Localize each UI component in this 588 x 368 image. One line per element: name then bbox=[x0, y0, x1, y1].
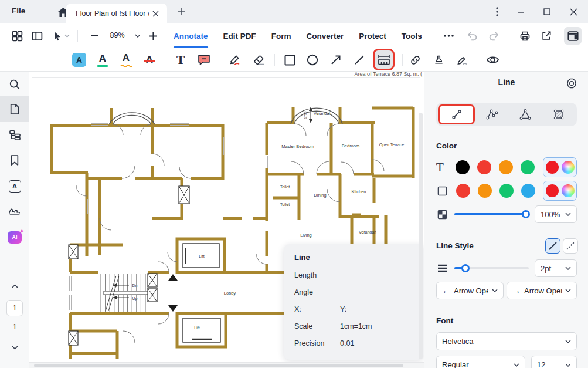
zoom-in-button[interactable] bbox=[144, 27, 162, 45]
page-thumbnails-button[interactable] bbox=[0, 96, 29, 122]
opacity-slider[interactable] bbox=[454, 213, 529, 215]
add-text-tool[interactable]: T bbox=[171, 50, 191, 70]
ellipse-tool[interactable] bbox=[303, 50, 322, 70]
color-swatch[interactable] bbox=[477, 160, 491, 174]
color-swatch[interactable] bbox=[521, 184, 535, 198]
svg-text:Verandah: Verandah bbox=[314, 112, 331, 116]
toolbar-divider bbox=[558, 30, 558, 42]
color-swatch[interactable] bbox=[521, 160, 535, 174]
polyline-measure-option[interactable] bbox=[475, 104, 508, 124]
perimeter-measure-option[interactable] bbox=[508, 104, 542, 124]
annotations-button[interactable]: A bbox=[0, 173, 29, 199]
color-swatch[interactable] bbox=[456, 160, 470, 174]
arrow-tool[interactable] bbox=[326, 50, 346, 70]
minimize-button[interactable] bbox=[512, 5, 529, 19]
font-size-dropdown[interactable]: 12 bbox=[531, 356, 577, 368]
current-page-input[interactable]: 1 bbox=[6, 300, 23, 316]
font-family-dropdown[interactable]: Helvetica bbox=[436, 332, 577, 350]
titlebar-more-button[interactable] bbox=[489, 5, 505, 19]
tab-close-icon[interactable] bbox=[149, 8, 161, 19]
line-width-icon bbox=[437, 264, 447, 272]
outline-button[interactable] bbox=[0, 122, 29, 148]
measure-tool-selected[interactable] bbox=[373, 49, 395, 70]
tab-tools[interactable]: Tools bbox=[402, 23, 422, 48]
horizontal-scrollbar[interactable] bbox=[29, 362, 424, 368]
shape-color-selected[interactable] bbox=[543, 181, 577, 201]
ai-assistant-button[interactable]: AI✦ bbox=[0, 224, 29, 250]
line-width-dropdown[interactable]: 2pt bbox=[535, 259, 577, 277]
vertical-scrollbar-thumb[interactable] bbox=[419, 113, 423, 359]
panel-divider bbox=[424, 96, 588, 96]
dashed-line-button[interactable] bbox=[563, 238, 578, 254]
svg-text:Dn: Dn bbox=[132, 283, 138, 288]
strikethrough-tool[interactable]: A bbox=[140, 50, 159, 70]
sidebar-toggle-button[interactable] bbox=[28, 27, 46, 45]
solid-line-button[interactable] bbox=[545, 238, 560, 254]
zoom-out-button[interactable] bbox=[86, 27, 103, 45]
tab-converter[interactable]: Converter bbox=[307, 23, 344, 48]
print-button[interactable] bbox=[516, 27, 533, 45]
redo-button[interactable] bbox=[485, 27, 502, 45]
color-swatch[interactable] bbox=[499, 184, 514, 198]
grid-view-button[interactable] bbox=[8, 27, 26, 45]
comment-tool[interactable] bbox=[194, 50, 214, 70]
pencil-tool[interactable] bbox=[225, 50, 244, 70]
more-tools-button[interactable] bbox=[440, 27, 457, 45]
tooltip-row: X:Y: bbox=[294, 301, 413, 318]
squiggly-tool[interactable]: A bbox=[116, 50, 136, 70]
underline-tool[interactable]: A bbox=[93, 50, 113, 70]
signature-tool[interactable] bbox=[452, 50, 472, 70]
custom-color-swatch[interactable] bbox=[562, 184, 575, 197]
text-color-selected[interactable] bbox=[543, 157, 577, 177]
custom-color-swatch[interactable] bbox=[562, 161, 575, 174]
stamp-tool[interactable] bbox=[429, 50, 448, 70]
line-width-slider[interactable] bbox=[454, 267, 529, 269]
tab-protect[interactable]: Protect bbox=[359, 23, 386, 48]
eraser-icon bbox=[251, 53, 266, 67]
rectangle-tool[interactable] bbox=[280, 50, 300, 70]
select-tool-button[interactable] bbox=[49, 27, 73, 45]
tooltip-row: Scale1cm=1cm bbox=[294, 318, 413, 335]
previous-page-button[interactable] bbox=[0, 274, 29, 299]
next-page-button[interactable] bbox=[0, 335, 29, 360]
share-export-button[interactable] bbox=[538, 27, 555, 45]
highlight-tool[interactable]: A bbox=[69, 50, 89, 70]
panel-settings-button[interactable] bbox=[565, 76, 579, 90]
line-tool[interactable] bbox=[349, 50, 369, 70]
hide-annotations-tool[interactable] bbox=[482, 50, 502, 70]
font-style-dropdown[interactable]: Regular bbox=[436, 356, 525, 368]
document-tab[interactable]: Floor Plan of !st Floor w... bbox=[66, 4, 167, 23]
toolbar-divider bbox=[77, 30, 78, 42]
close-window-button[interactable] bbox=[565, 5, 582, 19]
signatures-button[interactable] bbox=[0, 198, 29, 224]
properties-panel-toggle[interactable] bbox=[564, 27, 582, 45]
arrow-left-icon: ← bbox=[442, 286, 450, 295]
color-swatch[interactable] bbox=[456, 184, 470, 198]
tab-edit-pdf[interactable]: Edit PDF bbox=[223, 23, 256, 48]
arrow-end-dropdown[interactable]: → Arrow Oper bbox=[507, 282, 577, 299]
document-canvas[interactable]: Area of Terrace 6.87 Sq. m. ( bbox=[29, 72, 424, 368]
undo-button[interactable] bbox=[464, 27, 481, 45]
color-swatch[interactable] bbox=[546, 161, 559, 174]
arrow-start-dropdown[interactable]: ← Arrow Oper bbox=[436, 282, 504, 299]
line-measure-option[interactable] bbox=[438, 104, 475, 124]
eraser-tool[interactable] bbox=[249, 50, 268, 70]
link-tool[interactable] bbox=[405, 50, 425, 70]
page-icon bbox=[9, 103, 20, 115]
horizontal-scrollbar-thumb[interactable] bbox=[34, 364, 403, 367]
annotate-toolbar: A A A A T bbox=[0, 48, 588, 72]
new-tab-button[interactable] bbox=[175, 5, 189, 19]
search-button[interactable] bbox=[0, 72, 29, 97]
search-icon bbox=[9, 79, 21, 90]
tab-form[interactable]: Form bbox=[271, 23, 291, 48]
color-swatch[interactable] bbox=[546, 184, 559, 197]
file-menu[interactable]: File bbox=[12, 6, 25, 15]
area-measure-option[interactable] bbox=[542, 104, 575, 124]
tooltip-title: Line bbox=[294, 253, 413, 262]
tab-annotate[interactable]: Annotate bbox=[174, 23, 208, 48]
color-swatch[interactable] bbox=[499, 160, 513, 174]
color-swatch[interactable] bbox=[478, 184, 492, 198]
bookmarks-button[interactable] bbox=[0, 147, 29, 173]
maximize-button[interactable] bbox=[539, 5, 555, 19]
opacity-dropdown[interactable]: 100% bbox=[535, 205, 577, 223]
